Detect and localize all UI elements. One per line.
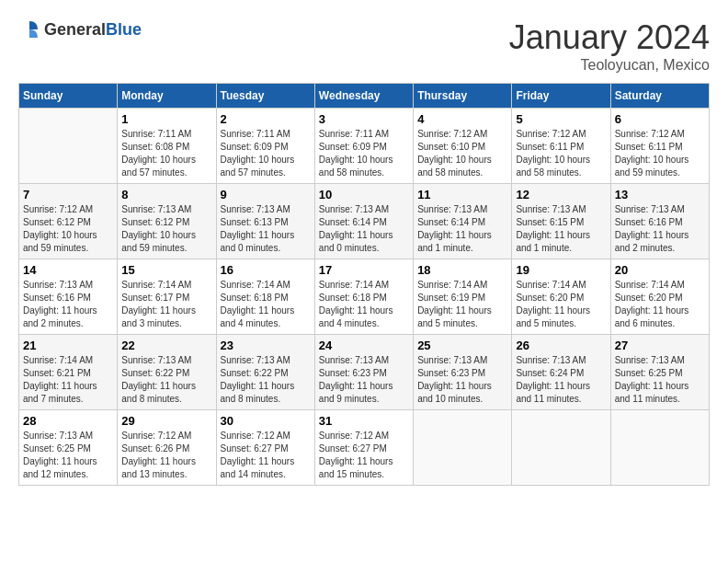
calendar-cell: 18Sunrise: 7:14 AM Sunset: 6:19 PM Dayli… bbox=[414, 259, 512, 335]
day-number: 10 bbox=[319, 188, 409, 201]
day-number: 15 bbox=[121, 263, 211, 277]
calendar-cell: 14Sunrise: 7:13 AM Sunset: 6:16 PM Dayli… bbox=[19, 259, 118, 335]
day-info: Sunrise: 7:12 AM Sunset: 6:10 PM Dayligh… bbox=[417, 128, 507, 179]
calendar-week-row: 7Sunrise: 7:12 AM Sunset: 6:12 PM Daylig… bbox=[19, 184, 710, 259]
calendar-cell: 1Sunrise: 7:11 AM Sunset: 6:08 PM Daylig… bbox=[118, 109, 216, 184]
calendar-cell: 3Sunrise: 7:11 AM Sunset: 6:09 PM Daylig… bbox=[314, 109, 413, 184]
month-title: January 2024 bbox=[509, 18, 710, 57]
calendar-cell: 17Sunrise: 7:14 AM Sunset: 6:18 PM Dayli… bbox=[314, 259, 413, 335]
calendar-cell: 2Sunrise: 7:11 AM Sunset: 6:09 PM Daylig… bbox=[216, 109, 314, 184]
day-number: 19 bbox=[516, 263, 606, 277]
day-number: 29 bbox=[121, 414, 211, 428]
calendar-cell: 11Sunrise: 7:13 AM Sunset: 6:14 PM Dayli… bbox=[414, 184, 512, 259]
day-info: Sunrise: 7:12 AM Sunset: 6:27 PM Dayligh… bbox=[221, 430, 311, 481]
calendar-cell: 9Sunrise: 7:13 AM Sunset: 6:13 PM Daylig… bbox=[216, 184, 314, 259]
day-header-thursday: Thursday bbox=[414, 84, 512, 109]
day-header-sunday: Sunday bbox=[19, 84, 118, 109]
day-info: Sunrise: 7:14 AM Sunset: 6:18 PM Dayligh… bbox=[221, 279, 311, 330]
day-info: Sunrise: 7:12 AM Sunset: 6:27 PM Dayligh… bbox=[319, 430, 409, 481]
calendar-cell: 27Sunrise: 7:13 AM Sunset: 6:25 PM Dayli… bbox=[610, 335, 709, 410]
calendar-week-row: 14Sunrise: 7:13 AM Sunset: 6:16 PM Dayli… bbox=[19, 259, 710, 335]
calendar-cell bbox=[512, 410, 610, 486]
calendar-cell: 5Sunrise: 7:12 AM Sunset: 6:11 PM Daylig… bbox=[512, 109, 610, 184]
day-header-friday: Friday bbox=[512, 84, 610, 109]
title-section: January 2024 Teoloyucan, Mexico bbox=[509, 18, 710, 74]
calendar-cell: 15Sunrise: 7:14 AM Sunset: 6:17 PM Dayli… bbox=[118, 259, 216, 335]
calendar-cell: 29Sunrise: 7:12 AM Sunset: 6:26 PM Dayli… bbox=[118, 410, 216, 486]
day-number: 9 bbox=[221, 188, 311, 201]
day-number: 25 bbox=[417, 339, 507, 352]
day-number: 20 bbox=[615, 263, 705, 277]
page-header: GeneralBlue January 2024 Teoloyucan, Mex… bbox=[18, 18, 710, 74]
day-number: 3 bbox=[319, 112, 409, 126]
calendar-cell bbox=[414, 410, 512, 486]
calendar-week-row: 21Sunrise: 7:14 AM Sunset: 6:21 PM Dayli… bbox=[19, 335, 710, 410]
day-info: Sunrise: 7:13 AM Sunset: 6:13 PM Dayligh… bbox=[221, 203, 311, 255]
calendar-cell: 16Sunrise: 7:14 AM Sunset: 6:18 PM Dayli… bbox=[216, 259, 314, 335]
day-number: 21 bbox=[23, 339, 113, 352]
day-info: Sunrise: 7:13 AM Sunset: 6:22 PM Dayligh… bbox=[221, 354, 311, 406]
calendar-week-row: 1Sunrise: 7:11 AM Sunset: 6:08 PM Daylig… bbox=[19, 109, 710, 184]
day-number: 13 bbox=[615, 188, 705, 201]
day-info: Sunrise: 7:13 AM Sunset: 6:25 PM Dayligh… bbox=[23, 430, 113, 481]
day-info: Sunrise: 7:14 AM Sunset: 6:18 PM Dayligh… bbox=[319, 279, 409, 330]
day-info: Sunrise: 7:13 AM Sunset: 6:25 PM Dayligh… bbox=[615, 354, 705, 406]
day-info: Sunrise: 7:13 AM Sunset: 6:23 PM Dayligh… bbox=[319, 354, 409, 406]
logo-icon bbox=[18, 18, 40, 40]
calendar-table: SundayMondayTuesdayWednesdayThursdayFrid… bbox=[18, 83, 710, 486]
calendar-cell: 20Sunrise: 7:14 AM Sunset: 6:20 PM Dayli… bbox=[610, 259, 709, 335]
calendar-cell: 25Sunrise: 7:13 AM Sunset: 6:23 PM Dayli… bbox=[414, 335, 512, 410]
day-info: Sunrise: 7:13 AM Sunset: 6:24 PM Dayligh… bbox=[516, 354, 606, 406]
calendar-cell: 10Sunrise: 7:13 AM Sunset: 6:14 PM Dayli… bbox=[314, 184, 413, 259]
calendar-cell: 24Sunrise: 7:13 AM Sunset: 6:23 PM Dayli… bbox=[314, 335, 413, 410]
day-info: Sunrise: 7:13 AM Sunset: 6:16 PM Dayligh… bbox=[23, 279, 113, 330]
day-info: Sunrise: 7:12 AM Sunset: 6:11 PM Dayligh… bbox=[615, 128, 705, 179]
calendar-cell: 7Sunrise: 7:12 AM Sunset: 6:12 PM Daylig… bbox=[19, 184, 118, 259]
day-info: Sunrise: 7:14 AM Sunset: 6:17 PM Dayligh… bbox=[121, 279, 211, 330]
logo-text-general: General bbox=[44, 20, 106, 39]
calendar-cell: 31Sunrise: 7:12 AM Sunset: 6:27 PM Dayli… bbox=[314, 410, 413, 486]
day-header-wednesday: Wednesday bbox=[314, 84, 413, 109]
day-number: 16 bbox=[221, 263, 311, 277]
day-info: Sunrise: 7:12 AM Sunset: 6:12 PM Dayligh… bbox=[23, 203, 113, 255]
calendar-cell bbox=[610, 410, 709, 486]
calendar-header-row: SundayMondayTuesdayWednesdayThursdayFrid… bbox=[19, 84, 710, 109]
day-number: 7 bbox=[23, 188, 113, 201]
day-header-monday: Monday bbox=[118, 84, 216, 109]
calendar-cell: 12Sunrise: 7:13 AM Sunset: 6:15 PM Dayli… bbox=[512, 184, 610, 259]
calendar-cell: 4Sunrise: 7:12 AM Sunset: 6:10 PM Daylig… bbox=[414, 109, 512, 184]
logo: GeneralBlue bbox=[18, 18, 142, 40]
calendar-cell: 30Sunrise: 7:12 AM Sunset: 6:27 PM Dayli… bbox=[216, 410, 314, 486]
day-number: 2 bbox=[221, 112, 311, 126]
calendar-cell: 28Sunrise: 7:13 AM Sunset: 6:25 PM Dayli… bbox=[19, 410, 118, 486]
day-info: Sunrise: 7:11 AM Sunset: 6:08 PM Dayligh… bbox=[121, 128, 211, 179]
day-info: Sunrise: 7:11 AM Sunset: 6:09 PM Dayligh… bbox=[221, 128, 311, 179]
calendar-cell: 26Sunrise: 7:13 AM Sunset: 6:24 PM Dayli… bbox=[512, 335, 610, 410]
day-number: 6 bbox=[615, 112, 705, 126]
location-title: Teoloyucan, Mexico bbox=[509, 57, 710, 74]
calendar-cell: 22Sunrise: 7:13 AM Sunset: 6:22 PM Dayli… bbox=[118, 335, 216, 410]
day-number: 18 bbox=[417, 263, 507, 277]
calendar-week-row: 28Sunrise: 7:13 AM Sunset: 6:25 PM Dayli… bbox=[19, 410, 710, 486]
calendar-cell: 6Sunrise: 7:12 AM Sunset: 6:11 PM Daylig… bbox=[610, 109, 709, 184]
day-number: 17 bbox=[319, 263, 409, 277]
day-info: Sunrise: 7:14 AM Sunset: 6:21 PM Dayligh… bbox=[23, 354, 113, 406]
day-header-saturday: Saturday bbox=[610, 84, 709, 109]
calendar-cell: 19Sunrise: 7:14 AM Sunset: 6:20 PM Dayli… bbox=[512, 259, 610, 335]
day-number: 11 bbox=[417, 188, 507, 201]
day-info: Sunrise: 7:13 AM Sunset: 6:12 PM Dayligh… bbox=[121, 203, 211, 255]
day-number: 28 bbox=[23, 414, 113, 428]
day-info: Sunrise: 7:14 AM Sunset: 6:19 PM Dayligh… bbox=[417, 279, 507, 330]
calendar-cell: 21Sunrise: 7:14 AM Sunset: 6:21 PM Dayli… bbox=[19, 335, 118, 410]
day-info: Sunrise: 7:13 AM Sunset: 6:22 PM Dayligh… bbox=[121, 354, 211, 406]
day-header-tuesday: Tuesday bbox=[216, 84, 314, 109]
day-info: Sunrise: 7:13 AM Sunset: 6:14 PM Dayligh… bbox=[319, 203, 409, 255]
calendar-cell: 8Sunrise: 7:13 AM Sunset: 6:12 PM Daylig… bbox=[118, 184, 216, 259]
day-number: 30 bbox=[221, 414, 311, 428]
day-info: Sunrise: 7:13 AM Sunset: 6:14 PM Dayligh… bbox=[417, 203, 507, 255]
day-number: 5 bbox=[516, 112, 606, 126]
day-info: Sunrise: 7:14 AM Sunset: 6:20 PM Dayligh… bbox=[615, 279, 705, 330]
day-number: 31 bbox=[319, 414, 409, 428]
day-info: Sunrise: 7:12 AM Sunset: 6:11 PM Dayligh… bbox=[516, 128, 606, 179]
calendar-cell: 13Sunrise: 7:13 AM Sunset: 6:16 PM Dayli… bbox=[610, 184, 709, 259]
